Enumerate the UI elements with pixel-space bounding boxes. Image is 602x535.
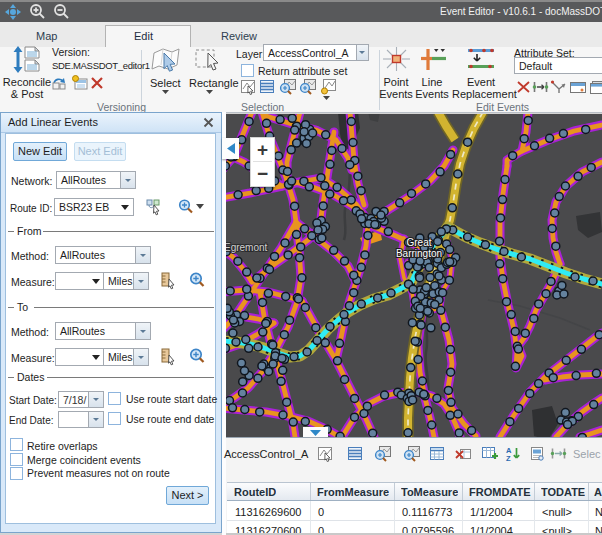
- svg-text:Z: Z: [506, 454, 511, 463]
- svg-text:Egremont: Egremont: [226, 242, 268, 253]
- svg-text:Great: Great: [406, 237, 431, 248]
- svg-text:Barrington: Barrington: [396, 248, 442, 259]
